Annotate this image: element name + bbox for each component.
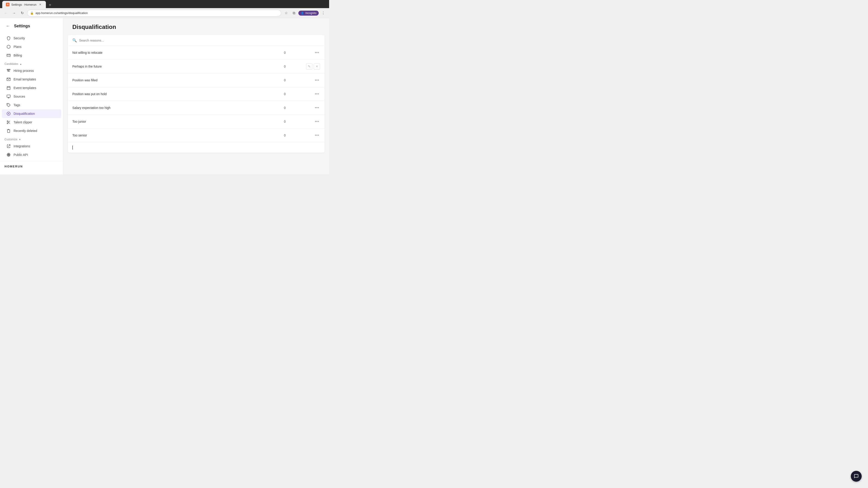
edit-button-perhaps[interactable]: ✎: [306, 63, 312, 70]
svg-rect-9: [7, 87, 10, 90]
disqualification-icon: [6, 111, 11, 116]
svg-rect-2: [7, 69, 8, 70]
candidates-arrow-icon: ▲: [20, 63, 22, 65]
bookmark-button[interactable]: ☆: [283, 10, 289, 16]
content-card: 🔍 Not willing to relocate 0 ••• Perhaps …: [68, 35, 324, 153]
row-actions-too-senior: •••: [302, 132, 320, 138]
sidebar-label-tags: Tags: [13, 103, 20, 107]
sidebar-item-public-api[interactable]: Public API: [2, 151, 61, 159]
new-tab-button[interactable]: +: [47, 2, 53, 8]
incognito-label: Incognito: [305, 11, 316, 15]
delete-button-perhaps[interactable]: ✕: [314, 63, 320, 70]
customize-section[interactable]: Customize ▼: [0, 135, 63, 142]
tag-icon: [6, 103, 11, 107]
sidebar-item-plans[interactable]: Plans: [2, 42, 61, 51]
sidebar-label-integrations: Integrations: [13, 144, 30, 148]
sidebar-item-talent-clipper[interactable]: Talent clipper: [2, 118, 61, 127]
sidebar-item-integrations[interactable]: Integrations: [2, 142, 61, 151]
row-label-salary: Salary expectation too high: [72, 106, 284, 109]
incognito-icon: 👤: [301, 11, 304, 15]
sidebar-item-hiring-process[interactable]: Hiring process: [2, 66, 61, 75]
tab-favicon: H: [6, 3, 9, 6]
sidebar-item-event-templates[interactable]: Event templates: [2, 84, 61, 92]
sidebar-label-public-api: Public API: [13, 153, 28, 157]
table-row: Too senior 0 •••: [68, 129, 324, 142]
reload-button[interactable]: ↻: [19, 10, 25, 16]
table-row: Salary expectation too high 0 •••: [68, 101, 324, 115]
search-input[interactable]: [79, 39, 320, 42]
settings-back-button[interactable]: ←: [4, 23, 11, 29]
page-title: Disqualification: [72, 24, 320, 31]
table-row: Not willing to relocate 0 •••: [68, 46, 324, 60]
sidebar-label-talent-clipper: Talent clipper: [13, 121, 32, 124]
sidebar-label-plans: Plans: [13, 45, 22, 48]
table-row: Perhaps in the future 0 ✎ ✕: [68, 60, 324, 73]
address-bar[interactable]: 🔒 app.homerun.co/settings/disqualificati…: [27, 10, 281, 17]
search-icon: 🔍: [72, 38, 77, 42]
more-button-too-junior[interactable]: •••: [314, 119, 320, 125]
row-count-too-junior: 0: [284, 120, 302, 123]
row-count-perhaps: 0: [284, 65, 302, 68]
menu-button[interactable]: ⋮: [320, 10, 327, 16]
flow-icon: [6, 68, 11, 73]
customize-label: Customize: [4, 138, 18, 141]
back-button[interactable]: ←: [3, 10, 9, 16]
row-count-position-hold: 0: [284, 92, 302, 96]
sidebar-item-security[interactable]: Security: [2, 34, 61, 42]
homerun-logo: HOMERUN: [0, 161, 63, 168]
calendar-icon: [6, 86, 11, 90]
split-view-button[interactable]: ⧉: [291, 10, 297, 16]
table-row: Too junior 0 •••: [68, 115, 324, 129]
url-text: app.homerun.co/settings/disqualification: [35, 11, 88, 15]
active-tab[interactable]: H Settings · Homerun ✕: [2, 1, 46, 8]
sidebar-title: Settings: [14, 24, 30, 29]
row-label-position-filled: Position was filled: [72, 78, 284, 82]
forward-button[interactable]: →: [11, 10, 17, 16]
table-row: Position was put on hold 0 •••: [68, 87, 324, 101]
row-actions-perhaps: ✎ ✕: [302, 63, 320, 70]
sidebar-item-email-templates[interactable]: Email templates: [2, 75, 61, 84]
sidebar-item-sources[interactable]: Sources: [2, 92, 61, 101]
row-label-too-senior: Too senior: [72, 133, 284, 137]
svg-rect-4: [9, 69, 10, 70]
new-row-input[interactable]: [68, 142, 324, 153]
svg-rect-3: [8, 69, 9, 70]
billing-icon: [6, 53, 11, 58]
app-layout: ← Settings Security Plans Billing Can: [0, 18, 329, 174]
svg-rect-7: [8, 71, 9, 71]
table-row: Position was filled 0 •••: [68, 73, 324, 87]
sidebar-label-hiring-process: Hiring process: [13, 69, 34, 72]
more-button-too-senior[interactable]: •••: [314, 132, 320, 138]
incognito-button[interactable]: 👤 Incognito: [298, 11, 319, 15]
sidebar-item-disqualification[interactable]: Disqualification: [2, 109, 61, 118]
text-cursor: [72, 145, 73, 150]
trash-icon: [6, 129, 11, 133]
sidebar-label-event-templates: Event templates: [13, 86, 36, 90]
row-count-salary: 0: [284, 106, 302, 109]
nav-actions: ☆ ⧉ 👤 Incognito ⋮: [283, 10, 327, 16]
sidebar-item-tags[interactable]: Tags: [2, 101, 61, 109]
sidebar-label-recently-deleted: Recently deleted: [13, 129, 37, 133]
sidebar-label-security: Security: [13, 36, 25, 40]
more-button-position-filled[interactable]: •••: [314, 77, 320, 84]
tab-close-button[interactable]: ✕: [38, 2, 42, 6]
row-actions-position-hold: •••: [302, 91, 320, 97]
row-count-not-willing: 0: [284, 51, 302, 55]
svg-line-24: [8, 122, 8, 122]
row-label-too-junior: Too junior: [72, 120, 284, 123]
sidebar-item-recently-deleted[interactable]: Recently deleted: [2, 127, 61, 135]
row-actions-not-willing: •••: [302, 50, 320, 56]
more-button-salary[interactable]: •••: [314, 105, 320, 111]
sidebar-item-billing[interactable]: Billing: [2, 51, 61, 60]
lock-icon: 🔒: [30, 11, 34, 15]
tab-bar: H Settings · Homerun ✕ +: [0, 0, 329, 8]
svg-rect-0: [7, 54, 10, 57]
sources-icon: [6, 94, 11, 99]
more-button-position-hold[interactable]: •••: [314, 91, 320, 97]
customize-arrow-icon: ▼: [19, 138, 21, 141]
candidates-section[interactable]: Candidates ▲: [0, 60, 63, 66]
row-count-position-filled: 0: [284, 78, 302, 82]
row-label-position-hold: Position was put on hold: [72, 92, 284, 96]
sidebar-header: ← Settings: [0, 23, 63, 34]
more-button-not-willing[interactable]: •••: [314, 50, 320, 56]
